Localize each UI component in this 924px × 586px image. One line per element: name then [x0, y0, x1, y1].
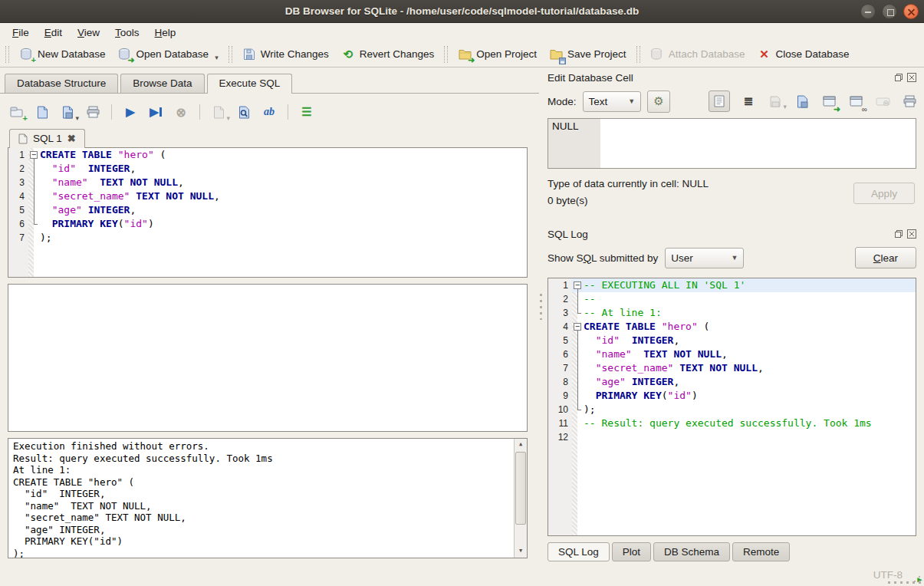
new-sql-tab-icon[interactable]: +: [9, 104, 25, 120]
float-panel-icon[interactable]: [894, 229, 903, 239]
attach-database-button[interactable]: Attach Database: [644, 44, 751, 64]
open-sql-file-icon[interactable]: [35, 104, 50, 120]
execution-log[interactable]: Execution finished without errors.Result…: [8, 438, 528, 558]
sql-log-editor[interactable]: 1−-- EXECUTING ALL IN 'SQL 1'2--3-- At l…: [547, 278, 916, 536]
statusbar: UTF-8: [0, 563, 924, 586]
duplicate-tab-icon[interactable]: ▾: [211, 104, 226, 120]
sql-file-tab[interactable]: SQL 1 ✖: [9, 129, 85, 148]
submitted-by-value: User: [671, 252, 693, 264]
main-area: Database Structure Browse Data Execute S…: [0, 67, 924, 563]
save-project-button[interactable]: Save Project: [543, 44, 633, 64]
toolbar-handle[interactable]: [229, 46, 232, 63]
chevron-down-icon: ▼: [620, 97, 635, 105]
menu-view[interactable]: View: [70, 25, 107, 40]
maximize-button[interactable]: [882, 4, 897, 19]
sql-log-header: SQL Log: [546, 226, 918, 242]
execution-log-lines: Execution finished without errors.Result…: [13, 440, 511, 558]
format-sql-icon[interactable]: ☰: [299, 104, 314, 120]
cell-toolbar: ≣ ▾ ➜ ∞: [709, 91, 918, 112]
open-project-button[interactable]: ➜ Open Project: [452, 44, 543, 64]
chevron-down-icon: ▼: [723, 254, 738, 262]
dock-tab-db-schema[interactable]: DB Schema: [653, 542, 730, 561]
find-replace-icon[interactable]: ab: [261, 104, 277, 120]
toolbar-handle[interactable]: [444, 46, 448, 63]
menu-help[interactable]: Help: [147, 25, 184, 40]
results-log-splitter[interactable]: [8, 432, 529, 438]
sql-document-icon: [18, 133, 28, 144]
menu-file[interactable]: File: [5, 25, 37, 40]
execute-all-icon[interactable]: ▶: [123, 104, 138, 120]
close-window-button[interactable]: [903, 4, 919, 19]
close-panel-icon[interactable]: [907, 73, 916, 82]
print-sql-icon[interactable]: [85, 104, 100, 120]
submitted-by-dropdown[interactable]: User ▼: [665, 248, 744, 268]
find-icon[interactable]: [236, 104, 252, 120]
execution-log-scrollbar[interactable]: ▲ ▼: [514, 439, 527, 558]
cell-settings-button[interactable]: ⚙ ▸: [647, 91, 670, 113]
close-sql-tab-icon[interactable]: ✖: [67, 133, 76, 144]
scroll-up-icon[interactable]: ▲: [515, 439, 527, 451]
window-controls: [860, 4, 919, 19]
set-null-icon[interactable]: [874, 92, 891, 110]
dock-tab-plot[interactable]: Plot: [612, 542, 651, 561]
toolbar-handle[interactable]: [636, 46, 640, 63]
mode-dropdown[interactable]: Text ▼: [583, 91, 642, 112]
float-panel-icon[interactable]: [894, 73, 903, 82]
apply-button[interactable]: Apply: [853, 183, 915, 204]
scrollbar-thumb[interactable]: [515, 452, 526, 525]
open-database-dropdown-icon[interactable]: ▾: [215, 54, 219, 61]
editor-results-splitter[interactable]: [8, 278, 529, 284]
dock-tab-remote[interactable]: Remote: [732, 542, 790, 561]
write-changes-label: Write Changes: [261, 48, 329, 60]
print-cell-icon[interactable]: [901, 92, 918, 110]
filter-label: Show SQL submitted by: [547, 252, 658, 264]
sql-editor[interactable]: 1−CREATE TABLE "hero" (2 "id" INTEGER,3 …: [8, 147, 528, 278]
clear-log-button[interactable]: Clear: [855, 247, 916, 268]
menu-edit[interactable]: Edit: [37, 25, 70, 40]
open-external-icon[interactable]: ➜: [820, 92, 837, 110]
text-mode-icon[interactable]: [709, 91, 730, 112]
cell-value-editor[interactable]: NULL: [547, 118, 916, 169]
toolbar-separator: [199, 104, 200, 120]
close-database-icon: ✕: [757, 48, 771, 61]
menubar: File Edit View Tools Help: [0, 23, 924, 41]
scroll-down-icon[interactable]: ▼: [515, 545, 527, 558]
revert-changes-icon: ⟲: [341, 48, 355, 61]
export-data-icon[interactable]: [794, 92, 811, 110]
open-database-button[interactable]: ➜ Open Database ▾: [112, 44, 225, 64]
tab-database-structure[interactable]: Database Structure: [5, 74, 118, 93]
edit-cell-title: Edit Database Cell: [547, 72, 633, 84]
window-title: DB Browser for SQLite - /home/user/code/…: [0, 5, 924, 17]
tab-browse-data[interactable]: Browse Data: [120, 74, 204, 93]
encoding-indicator: UTF-8: [873, 569, 903, 581]
stop-execution-icon[interactable]: ⊗: [173, 104, 189, 120]
open-database-label: Open Database: [136, 48, 209, 60]
revert-changes-button[interactable]: ⟲ Revert Changes: [335, 44, 441, 64]
tab-execute-sql[interactable]: Execute SQL: [207, 74, 293, 94]
mode-value: Text: [589, 96, 608, 107]
dock-tab-sql-log[interactable]: SQL Log: [547, 542, 610, 561]
close-panel-icon[interactable]: [907, 229, 916, 239]
word-wrap-icon[interactable]: ≣: [740, 92, 757, 110]
close-database-button[interactable]: ✕ Close Database: [751, 44, 855, 64]
gear-icon: ⚙: [653, 94, 663, 108]
new-database-button[interactable]: + New Database: [13, 44, 112, 64]
cell-log-splitter[interactable]: [546, 219, 918, 226]
main-tab-bar: Database Structure Browse Data Execute S…: [0, 74, 539, 93]
resize-grip[interactable]: [912, 574, 922, 584]
sql-file-tab-bar: SQL 1 ✖: [8, 129, 529, 147]
save-project-icon: [549, 48, 563, 61]
toolbar-handle[interactable]: [5, 46, 9, 63]
sql-tab-label: SQL 1: [33, 133, 62, 144]
execute-current-line-icon[interactable]: ▶: [148, 104, 163, 120]
edit-cell-header: Edit Database Cell: [546, 69, 918, 86]
write-changes-button[interactable]: Write Changes: [236, 44, 335, 64]
menu-tools[interactable]: Tools: [107, 25, 147, 40]
save-sql-file-icon[interactable]: ▾: [60, 104, 75, 120]
minimize-button[interactable]: [860, 4, 876, 19]
pane-splitter[interactable]: [539, 67, 543, 563]
import-data-icon[interactable]: ▾: [767, 92, 784, 110]
copy-link-icon[interactable]: ∞: [847, 92, 864, 110]
attach-database-label: Attach Database: [669, 48, 745, 60]
results-grid[interactable]: [8, 284, 528, 432]
